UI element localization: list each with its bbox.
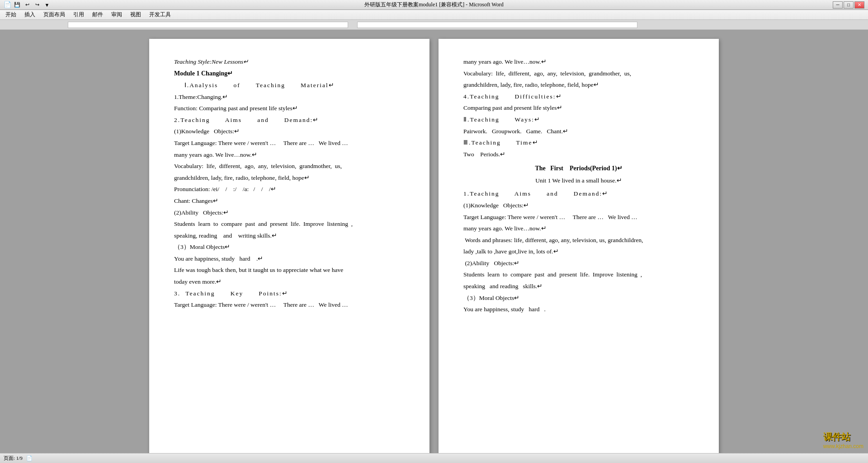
- quick-redo[interactable]: ↪: [33, 1, 41, 9]
- menu-insert[interactable]: 插入: [21, 10, 39, 19]
- today-line: today even more.↵: [174, 277, 405, 287]
- window-controls[interactable]: ─ □ ✕: [833, 1, 864, 9]
- speaking-line-1: speaking, reading and writing skills.↵: [174, 231, 405, 241]
- moral-objects-1: （3）Moral Objects↵: [174, 242, 405, 252]
- speaking-right: speaking and reading skills.↵: [463, 281, 694, 291]
- life-tough-1: Life was tough back then, but it taught …: [174, 265, 405, 275]
- students-learn-right: Students learn to compare past and prese…: [463, 270, 694, 280]
- analysis-heading: Ⅰ.Analysis of Teaching Material↵: [174, 80, 405, 90]
- watermark: 课件站 www.kjzhan.com: [823, 431, 863, 449]
- vocabulary-right: Vocabulary: life, different, ago, any, t…: [463, 69, 694, 79]
- unit-title: Unit 1 We lived in a small house.↵: [463, 176, 694, 186]
- window-title: 外研版五年级下册教案module1 [兼容模式] - Microsoft Wor…: [364, 1, 503, 9]
- happiness-line: You are happiness, study hard .↵: [174, 254, 405, 264]
- target-language-right: Target Language: There were / weren't … …: [463, 212, 694, 222]
- function-line: Function: Comparing past and present lif…: [174, 103, 405, 113]
- two-periods: Two Periods.↵: [463, 150, 694, 159]
- title-bar: 📄 💾 ↩ ↪ ▼ 外研版五年级下册教案module1 [兼容模式] - Mic…: [0, 0, 868, 10]
- comparing-right: Comparing past and present life styles↵: [463, 103, 694, 113]
- page-number: 页面: 1/9: [4, 455, 23, 462]
- ability-objects-1: (2)Ability Objects:↵: [174, 208, 405, 218]
- quick-save[interactable]: 💾: [13, 1, 21, 9]
- teaching-aims: 2.Teaching Aims and Demand:↵: [174, 115, 405, 125]
- quick-dropdown[interactable]: ▼: [43, 1, 51, 9]
- knowledge-objects-1: (1)Knowledge Objects:↵: [174, 126, 405, 136]
- ruler-area: [0, 20, 868, 30]
- page-left-content: Teaching Style:New Lessons↵ Module 1 Cha…: [174, 57, 405, 310]
- teaching-aims-right: 1.Teaching Aims and Demand:↵: [463, 189, 694, 199]
- knowledge-objects-right: (1)Knowledge Objects:↵: [463, 201, 694, 210]
- page-left: Teaching Style:New Lessons↵ Module 1 Cha…: [149, 39, 429, 453]
- ruler-right: [357, 22, 637, 28]
- key-points-heading: 3. Teaching Key Points:↵: [174, 289, 405, 299]
- page-right: many years ago. We live…now.↵ Vocabulary…: [439, 39, 719, 453]
- menu-devtools[interactable]: 开发工具: [146, 10, 175, 19]
- vocabulary-right-b: grandchildren, lady, fire, radio, teleph…: [463, 80, 694, 90]
- ability-objects-right: (2)Ability Objects:↵: [463, 258, 694, 268]
- chant-line: Chant: Changes↵: [174, 196, 405, 206]
- quick-undo[interactable]: ↩: [23, 1, 31, 9]
- words-phrases: Words and phrases: life, different, ago,…: [463, 235, 694, 245]
- italic-title: Teaching Style:New Lessons↵: [174, 57, 405, 67]
- menu-start[interactable]: 开始: [2, 10, 20, 19]
- status-bar: 页面: 1/9 📄: [0, 453, 868, 463]
- target-language-1: Target Language: There were / weren't … …: [174, 138, 405, 148]
- page-icon: 📄: [26, 455, 33, 461]
- close-button[interactable]: ✕: [854, 1, 864, 9]
- target-language-key: Target Language: There were / weren't … …: [174, 300, 405, 310]
- watermark-url: www.kjzhan.com: [823, 443, 863, 449]
- menu-review[interactable]: 审阅: [108, 10, 126, 19]
- vocabulary-1b: grandchildren, lady, fire, radio, teleph…: [174, 173, 405, 183]
- module-title: Module 1 Changing↵: [174, 69, 405, 79]
- menu-bar: 开始 插入 页面布局 引用 邮件 审阅 视图 开发工具: [0, 10, 868, 20]
- app-icon: 📄: [4, 1, 11, 9]
- pronunciation-line: Pronunciation: /ei/ / :/ /a: / / /↵: [174, 184, 405, 194]
- maximize-button[interactable]: □: [844, 1, 854, 9]
- teaching-ways: Ⅱ.Teaching Ways:↵: [463, 115, 694, 125]
- document-area: Teaching Style:New Lessons↵ Module 1 Cha…: [0, 30, 868, 453]
- moral-objects-right: （3）Moral Objects↵: [463, 293, 694, 303]
- ruler-left: [68, 22, 348, 28]
- happiness-right: You are happiness, study hard .: [463, 304, 694, 314]
- pairwork-line: Pairwork. Groupwork. Game. Chant.↵: [463, 126, 694, 136]
- title-bar-left: 📄 💾 ↩ ↪ ▼: [4, 1, 51, 9]
- menu-view[interactable]: 视图: [127, 10, 145, 19]
- watermark-chinese: 课件站: [823, 431, 863, 443]
- words-phrases-b: lady ,talk to ,have got,live in, lots of…: [463, 247, 694, 257]
- theme-line: 1.Theme:Changing.↵: [174, 92, 405, 102]
- menu-layout[interactable]: 页面布局: [40, 10, 69, 19]
- students-learn-1: Students learn to compare past and prese…: [174, 219, 405, 229]
- minimize-button[interactable]: ─: [833, 1, 843, 9]
- many-years-1: many years ago. We live…now.↵: [174, 150, 405, 160]
- page-right-content: many years ago. We live…now.↵ Vocabulary…: [463, 57, 694, 314]
- menu-references[interactable]: 引用: [70, 10, 88, 19]
- many-years-right-2: many years ago. We live…now.↵: [463, 224, 694, 234]
- teaching-difficulties: 4.Teaching Difficulties:↵: [463, 92, 694, 102]
- vocabulary-1: Vocabulary: life, different, ago, any, t…: [174, 161, 405, 171]
- teaching-time: Ⅲ.Teaching Time↵: [463, 138, 694, 148]
- menu-mail[interactable]: 邮件: [89, 10, 107, 19]
- many-years-right: many years ago. We live…now.↵: [463, 57, 694, 67]
- first-periods-title: The First Periods(Period 1)↵: [463, 164, 694, 173]
